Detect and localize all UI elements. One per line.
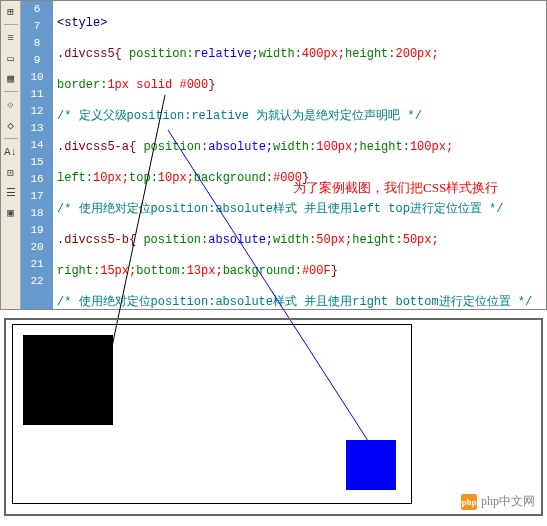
- red-annotation: 为了案例截图，我们把CSS样式换行: [293, 179, 498, 197]
- line-number: 11: [21, 86, 53, 103]
- code-comment: /* 定义父级position:relative 为就认为是绝对定位声明吧 */: [57, 109, 422, 123]
- line-number: 10: [21, 69, 53, 86]
- line-number: 12: [21, 103, 53, 120]
- tool-4[interactable]: ▦: [3, 70, 19, 86]
- watermark: php php中文网: [461, 493, 535, 510]
- tool-9[interactable]: ☰: [3, 184, 19, 200]
- line-number: 21: [21, 256, 53, 273]
- divcss5-a-box: [23, 335, 113, 425]
- divcss5-container: [12, 324, 412, 504]
- line-number: 13: [21, 120, 53, 137]
- code-editor: ⊞ ≡ ▭ ▦ ⟐ ◇ A↓ ⊡ ☰ ▣ 6 7 8 9 10 11 12 13…: [0, 0, 547, 310]
- tool-8[interactable]: ⊡: [3, 164, 19, 180]
- php-logo-icon: php: [461, 494, 477, 510]
- tool-6[interactable]: ◇: [3, 117, 19, 133]
- tool-7[interactable]: A↓: [3, 144, 19, 160]
- tool-1[interactable]: ⊞: [3, 3, 19, 19]
- line-number: 7: [21, 18, 53, 35]
- line-number: 20: [21, 239, 53, 256]
- line-number: 18: [21, 205, 53, 222]
- tool-5[interactable]: ⟐: [3, 97, 19, 113]
- line-number: 6: [21, 1, 53, 18]
- line-number: 17: [21, 188, 53, 205]
- code-text: <style>: [57, 16, 107, 30]
- tool-3[interactable]: ▭: [3, 50, 19, 66]
- preview-pane: php php中文网: [4, 318, 543, 516]
- tool-10[interactable]: ▣: [3, 204, 19, 220]
- line-number: 19: [21, 222, 53, 239]
- watermark-text: php中文网: [481, 493, 535, 510]
- line-number: 8: [21, 35, 53, 52]
- code-text: .divcss5{: [57, 47, 122, 61]
- line-number: 14: [21, 137, 53, 154]
- tool-2[interactable]: ≡: [3, 30, 19, 46]
- line-number: 16: [21, 171, 53, 188]
- editor-toolbar: ⊞ ≡ ▭ ▦ ⟐ ◇ A↓ ⊡ ☰ ▣: [1, 1, 21, 309]
- code-area[interactable]: <style> .divcss5{ position:relative;widt…: [53, 1, 546, 309]
- line-gutter: 6 7 8 9 10 11 12 13 14 15 16 17 18 19 20…: [21, 1, 53, 309]
- line-number: 15: [21, 154, 53, 171]
- divcss5-b-box: [346, 440, 396, 490]
- line-number: 9: [21, 52, 53, 69]
- line-number: 22: [21, 273, 53, 290]
